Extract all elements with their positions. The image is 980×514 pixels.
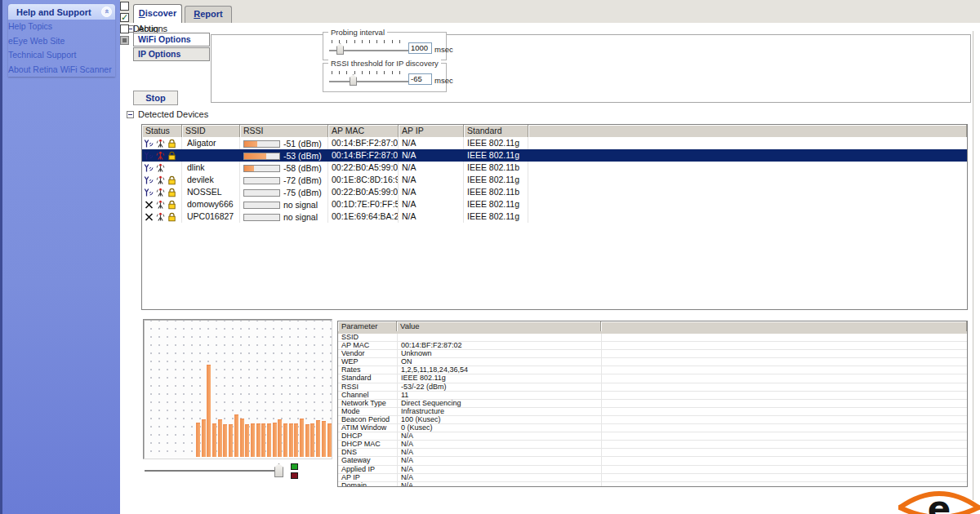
- status-cell: [142, 210, 182, 223]
- help-link[interactable]: Technical Support: [8, 48, 115, 63]
- probing-interval-title: Probing interval: [328, 28, 387, 37]
- probing-value-input[interactable]: 1000: [408, 42, 432, 54]
- signal-icon: [144, 139, 154, 148]
- table-row[interactable]: WEP ON: [338, 358, 967, 366]
- rssi-value-input[interactable]: -65: [408, 73, 432, 85]
- rssi-cell: -53 (dBm): [240, 149, 328, 162]
- chart-bar: [267, 423, 271, 457]
- chart-bar: [283, 423, 287, 457]
- table-row[interactable]: RSSI -53/-22 (dBm): [338, 383, 967, 392]
- ap-ip-cell: N/A: [399, 137, 464, 149]
- filler-cell: [601, 424, 967, 432]
- rssi-threshold-group: RSSI threshold for IP discovery -65 msec: [323, 63, 447, 92]
- checkbox[interactable]: [120, 13, 129, 22]
- slider-track[interactable]: [329, 81, 411, 82]
- logo-letter: e: [928, 489, 951, 514]
- ip-options-button[interactable]: IP Options: [133, 47, 210, 61]
- chart-bar: [256, 423, 261, 457]
- tab-discover[interactable]: Discover: [133, 4, 182, 23]
- chevron-up-icon[interactable]: «: [101, 7, 112, 17]
- table-row[interactable]: Channel 11: [338, 392, 967, 400]
- antenna-icon: [155, 151, 166, 161]
- filler-cell: [601, 358, 967, 366]
- checkbox[interactable]: [120, 2, 129, 11]
- filler-cell: [601, 441, 967, 448]
- standard-cell: IEEE 802.11g: [464, 137, 528, 149]
- table-row[interactable]: dlink -58 (dBm) 00:22:B0:A5:99:00 N/A IE…: [142, 162, 967, 174]
- table-row[interactable]: Beacon Period 100 (Kusec): [338, 416, 967, 424]
- no-signal-icon: [144, 212, 154, 222]
- tab-report[interactable]: Report: [185, 6, 232, 23]
- rssi-cell: -58 (dBm): [240, 162, 328, 174]
- checkbox-row: Debug: [120, 23, 980, 34]
- column-header[interactable]: Status: [142, 125, 182, 137]
- table-row[interactable]: -53 (dBm) 00:14:BF:F2:87:02 N/A IEEE 802…: [142, 149, 967, 162]
- table-row[interactable]: UPC016827 no signal 00:1E:69:64:BA:25 N/…: [142, 210, 967, 223]
- parameter-name: Rates: [338, 366, 397, 374]
- table-row[interactable]: Domain N/A: [338, 482, 967, 487]
- column-header[interactable]: Parameter: [338, 321, 397, 331]
- chart-slider-thumb[interactable]: [274, 463, 283, 477]
- chart-bar: [251, 423, 255, 457]
- column-header[interactable]: SSID: [182, 125, 240, 137]
- rssi-cell: -72 (dBm): [240, 174, 328, 186]
- chart-bar: [316, 420, 320, 457]
- table-row[interactable]: Gateway N/A: [338, 457, 967, 465]
- table-row[interactable]: DHCP N/A: [338, 432, 967, 441]
- parameter-name: Standard: [338, 374, 397, 382]
- column-header[interactable]: Standard: [464, 125, 528, 137]
- devices-table-header: StatusSSIDRSSIAP MACAP IPStandard: [142, 125, 967, 137]
- table-row[interactable]: SSID: [338, 334, 967, 342]
- table-row[interactable]: AP IP N/A: [338, 474, 967, 482]
- table-row[interactable]: DHCP MAC N/A: [338, 441, 967, 449]
- rssi-bar: [243, 140, 280, 148]
- parameter-name: Applied IP: [338, 466, 397, 473]
- filler-cell: [601, 457, 967, 464]
- column-header[interactable]: AP MAC: [328, 125, 399, 137]
- chart-bar: [294, 423, 298, 457]
- column-header[interactable]: AP IP: [399, 125, 464, 137]
- filler-cell: [528, 198, 967, 210]
- table-row[interactable]: Rates 1,2,5,11,18,24,36,54: [338, 366, 967, 374]
- collapse-icon[interactable]: [127, 111, 134, 118]
- parameter-name: DNS: [338, 449, 397, 456]
- table-row[interactable]: domowy666 no signal 00:1D:7E:F0:FF:59 N/…: [142, 198, 967, 210]
- chart-bar: [305, 424, 310, 457]
- table-row[interactable]: Mode Infrastructure: [338, 408, 967, 416]
- table-row[interactable]: Standard IEEE 802.11g: [338, 374, 967, 383]
- table-row[interactable]: Network Type Direct Sequencing: [338, 400, 967, 408]
- help-link[interactable]: Help Topics: [8, 20, 115, 34]
- sidebar: Help and Support « Help Topics eEye Web …: [0, 0, 120, 514]
- table-row[interactable]: ATIM Window 0 (Kusec): [338, 424, 967, 432]
- table-row[interactable]: devilek -72 (dBm) 00:1E:8C:8D:16:9A N/A …: [142, 174, 967, 186]
- table-row[interactable]: Applied IP N/A: [338, 466, 967, 474]
- help-link[interactable]: eEye Web Site: [8, 34, 115, 49]
- column-header[interactable]: RSSI: [240, 125, 328, 137]
- chart-bar: [245, 424, 249, 457]
- ap-mac-cell: 00:14:BF:F2:87:02: [328, 137, 399, 149]
- detected-devices-section-header: Detected Devices: [127, 109, 208, 119]
- help-link[interactable]: About Retina WiFi Scanner: [8, 63, 115, 78]
- column-header[interactable]: Value: [397, 321, 601, 331]
- signal-icon: [144, 163, 154, 173]
- filler-cell: [528, 174, 967, 186]
- table-row[interactable]: AP MAC 00:14:BF:F2:87:02: [338, 342, 967, 350]
- checkbox[interactable]: [120, 36, 129, 45]
- wifi-options-button[interactable]: WiFi Options: [133, 33, 210, 47]
- table-row[interactable]: Aligator -51 (dBm) 00:14:BF:F2:87:02 N/A…: [142, 137, 967, 149]
- parameter-value: N/A: [397, 432, 601, 440]
- rssi-slider-thumb[interactable]: [350, 74, 357, 86]
- standard-cell: IEEE 802.11b: [464, 186, 528, 198]
- probing-slider-thumb[interactable]: [336, 43, 344, 55]
- table-row[interactable]: NOSSEL -75 (dBm) 00:22:B0:A5:99:02 N/A I…: [142, 186, 967, 198]
- filler-cell: [528, 149, 967, 162]
- checkbox[interactable]: [120, 24, 129, 33]
- chart-slider-track[interactable]: [145, 470, 282, 472]
- filler-cell: [601, 350, 967, 357]
- antenna-icon: [155, 163, 166, 173]
- table-row[interactable]: Vendor Unknown: [338, 350, 967, 358]
- table-row[interactable]: DNS N/A: [338, 449, 967, 457]
- stop-button[interactable]: Stop: [133, 91, 178, 105]
- rssi-value: -53 (dBm): [283, 151, 322, 161]
- rssi-cell: no signal: [240, 210, 328, 223]
